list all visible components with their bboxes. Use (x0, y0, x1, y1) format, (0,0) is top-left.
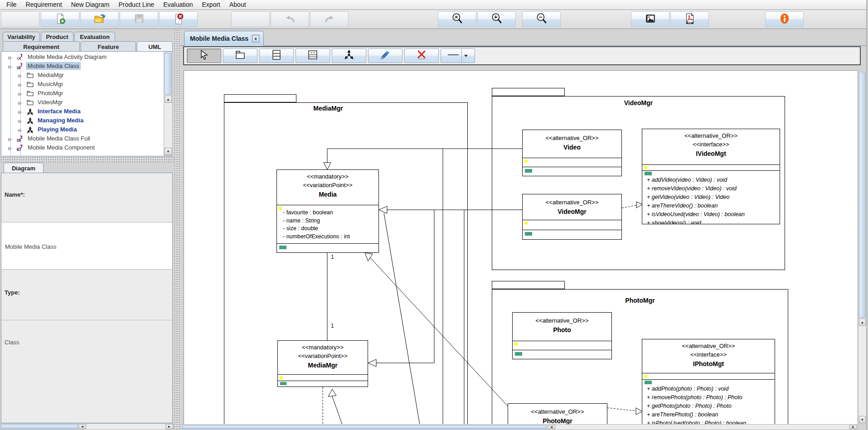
name-label: Name*: (5, 191, 25, 198)
canvas-vscrollbar[interactable]: ▲ ▼ (858, 70, 867, 424)
class-photomgr[interactable]: <<alternative_OR>> PhotoMgr (508, 403, 607, 424)
info-button[interactable] (765, 11, 804, 27)
class-mediamgr[interactable]: <<mandatory>><<variationPoint>> MediaMgr (277, 340, 368, 387)
expand-handle-icon[interactable] (8, 54, 13, 62)
class-video[interactable]: <<alternative_OR>> Video (522, 130, 622, 176)
left-panel-hscrollbar[interactable]: ◄ ► (0, 423, 174, 430)
variability-tool-button[interactable] (332, 48, 366, 63)
expand-handle-icon[interactable] (18, 99, 23, 107)
horizontal-splitter[interactable] (0, 156, 174, 163)
canvas-hscrollbar[interactable]: ◄ ► (180, 424, 858, 430)
zoom-out-button[interactable] (522, 11, 561, 27)
tab-uml[interactable]: UML (137, 41, 173, 52)
tree-item-interface-media[interactable]: Interface Media (1, 107, 172, 116)
menu-item[interactable]: Product Line (114, 0, 159, 10)
stereotype-class-tool-button[interactable]: « » (296, 48, 330, 63)
expand-handle-icon[interactable] (18, 117, 23, 126)
tab-variability[interactable]: Variability (3, 32, 40, 42)
expand-handle-icon[interactable] (8, 145, 13, 153)
expand-handle-icon[interactable] (18, 72, 23, 80)
tree-scrollbar[interactable]: ▲ ▼ (164, 52, 173, 156)
close-file-button[interactable] (159, 11, 198, 27)
package-videomgr-label: VideoMgr (492, 99, 785, 106)
scroll-down-button[interactable]: ▼ (165, 148, 172, 155)
tree-item-musicmgr[interactable]: MusicMgr (1, 80, 172, 89)
line-tool-dropdown[interactable] (461, 49, 470, 63)
vertical-splitter[interactable] (174, 29, 180, 430)
delete-tool-button[interactable] (404, 48, 439, 63)
expand-handle-icon[interactable] (18, 90, 23, 98)
menu-item[interactable]: Requirement (21, 0, 67, 10)
tree-item-mobile-media-activity-diagram[interactable]: Mobile Media Activity Diagram (1, 53, 172, 62)
menu-item[interactable]: Evaluation (159, 0, 197, 10)
interface-ivideomgt[interactable]: <<alternative_OR>><<interface>> IVideoMg… (642, 129, 780, 224)
stereotype-label: <<mandatory>> (278, 343, 368, 352)
scroll-up-button[interactable]: ▲ (859, 319, 866, 326)
tab-diagram[interactable]: Diagram (4, 163, 44, 173)
zoom-in-button[interactable] (477, 11, 516, 27)
expand-handle-icon[interactable] (18, 108, 23, 116)
menu-item[interactable]: New Diagram (67, 0, 114, 10)
package-mediamgr-tab[interactable] (224, 94, 296, 102)
expand-handle-icon[interactable] (8, 135, 13, 144)
tree-scrollbar-thumb[interactable] (165, 53, 172, 95)
class-tool-button[interactable] (259, 48, 294, 63)
yellow-variability-dot (524, 222, 528, 225)
edit-tool-button[interactable] (368, 48, 402, 63)
scroll-right-button[interactable]: ► (849, 425, 857, 429)
close-tab-button[interactable]: x (252, 35, 259, 42)
line-tool-button[interactable] (441, 48, 475, 63)
scrollbar-thumb[interactable] (859, 72, 866, 318)
menu-item[interactable]: About (225, 0, 251, 10)
export-pdf-button[interactable]: PDF (670, 11, 709, 27)
scroll-left-button[interactable]: ◄ (548, 425, 555, 429)
name-field[interactable]: Mobile Media Class (1, 222, 172, 270)
tree-item-photomgr[interactable]: PhotoMgr (1, 89, 172, 98)
class-videomgr[interactable]: <<alternative_OR>> VideoMgr (522, 194, 622, 240)
interface-iphotomgt[interactable]: <<alternative_OR>><<interface>> IPhotoMg… (642, 339, 775, 424)
tree-item-label: VideoMgr (36, 98, 64, 106)
undo-button[interactable] (271, 11, 309, 27)
redo-button[interactable] (310, 11, 349, 27)
save-file-button[interactable] (120, 11, 158, 27)
expand-handle-icon[interactable] (18, 81, 23, 89)
zoom-reset-button[interactable] (438, 11, 476, 27)
scroll-left-button[interactable]: ◄ (78, 424, 86, 429)
tree-item-mobile-media-component[interactable]: Mobile Media Component (1, 143, 172, 152)
tree-item-videomgr[interactable]: VideoMgr (1, 98, 172, 107)
tab-mobile-media-class[interactable]: Mobile Media Class x (184, 31, 264, 46)
scrollbar-thumb[interactable] (1, 424, 78, 429)
scroll-down-button[interactable]: ▼ (859, 416, 866, 423)
open-file-button[interactable] (80, 11, 119, 27)
tab-feature[interactable]: Feature (81, 41, 136, 52)
class-member: + getVideo(video : Video) : Video (642, 193, 780, 202)
tab-evaluation[interactable]: Evaluation (74, 32, 115, 42)
class-name: Media (277, 191, 378, 198)
tree-item-playing-media[interactable]: Playing Media (1, 125, 172, 134)
expand-handle-icon[interactable] (18, 126, 23, 135)
menu-item[interactable]: File (2, 0, 21, 10)
expand-handle-icon[interactable] (8, 63, 13, 71)
stereotype-label: <<alternative_OR>> (523, 134, 621, 142)
tree-item-mediamgr[interactable]: MediaMgr (1, 71, 172, 80)
diagram-canvas[interactable]: MediaMgr VideoMgr PhotoMgr (184, 70, 857, 424)
select-tool-button[interactable] (187, 48, 221, 63)
class-media[interactable]: <<mandatory>><<variationPoint>> Media - … (276, 169, 379, 253)
package-photomgr-tab[interactable] (492, 281, 565, 289)
undo-icon (284, 13, 296, 26)
export-image-button[interactable] (631, 11, 669, 27)
tree-item-mobile-media-class[interactable]: Mobile Media Class (1, 62, 172, 71)
package-videomgr-tab[interactable] (492, 88, 565, 96)
package-tool-button[interactable] (223, 48, 257, 63)
menu-item[interactable]: Export (198, 0, 225, 10)
new-file-button[interactable] (41, 11, 79, 27)
class-photo[interactable]: <<alternative_OR>> Photo (512, 312, 612, 359)
scrollbar-thumb[interactable] (182, 425, 547, 429)
tree-item-managing-media[interactable]: Managing Media (1, 116, 172, 125)
scroll-right-button[interactable]: ► (165, 424, 173, 429)
green-operations-marker (645, 381, 652, 384)
tab-requirement[interactable]: Requirement (3, 41, 80, 52)
tab-product[interactable]: Product (41, 32, 73, 42)
scroll-up-button[interactable]: ▲ (165, 96, 172, 103)
tree-item-mobile-media-class-full[interactable]: Mobile Media Class Full (1, 134, 172, 143)
